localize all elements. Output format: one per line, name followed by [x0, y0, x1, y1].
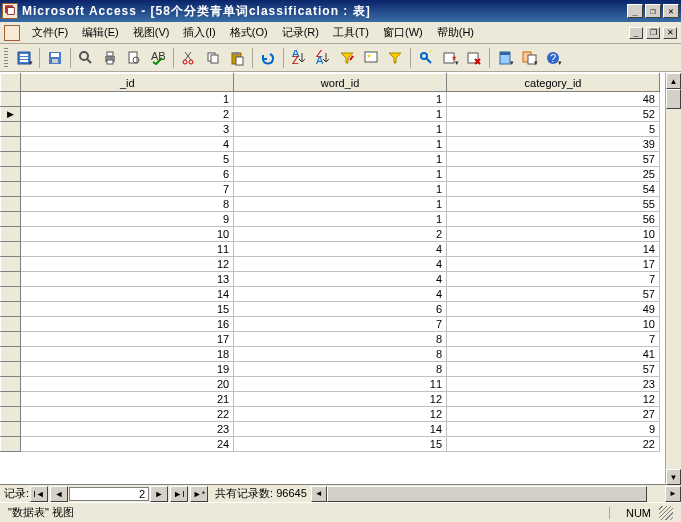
cell[interactable]: 27 [447, 407, 660, 422]
row-selector[interactable] [1, 362, 21, 377]
cell[interactable]: 5 [447, 122, 660, 137]
cell[interactable]: 11 [234, 377, 447, 392]
toggle-filter-button[interactable] [384, 47, 406, 69]
menu-format[interactable]: 格式(O) [224, 23, 274, 42]
cell[interactable]: 41 [447, 347, 660, 362]
row-selector[interactable] [1, 272, 21, 287]
help-button[interactable]: ? [542, 47, 564, 69]
print-preview-button[interactable] [123, 47, 145, 69]
database-button[interactable] [494, 47, 516, 69]
cell[interactable]: 15 [21, 302, 234, 317]
table-row[interactable]: 5157 [1, 152, 660, 167]
table-row[interactable]: 15649 [1, 302, 660, 317]
row-selector[interactable] [1, 242, 21, 257]
save-button[interactable] [44, 47, 66, 69]
cell[interactable]: 4 [234, 242, 447, 257]
cell[interactable]: 7 [21, 182, 234, 197]
cell[interactable]: 8 [234, 332, 447, 347]
menu-tools[interactable]: 工具(T) [327, 23, 375, 42]
first-record-button[interactable]: I◄ [30, 486, 48, 502]
cell[interactable]: 12 [21, 257, 234, 272]
delete-record-button[interactable] [463, 47, 485, 69]
menu-edit[interactable]: 编辑(E) [76, 23, 125, 42]
cell[interactable]: 23 [21, 422, 234, 437]
table-row[interactable]: 6125 [1, 167, 660, 182]
cell[interactable]: 8 [234, 347, 447, 362]
cell[interactable]: 15 [234, 437, 447, 452]
table-row[interactable]: 16710 [1, 317, 660, 332]
cell[interactable]: 7 [447, 332, 660, 347]
row-selector[interactable] [1, 227, 21, 242]
cell[interactable]: 18 [21, 347, 234, 362]
cell[interactable]: 55 [447, 197, 660, 212]
cell[interactable]: 1 [234, 167, 447, 182]
row-selector[interactable] [1, 182, 21, 197]
doc-close-button[interactable]: ✕ [663, 27, 677, 39]
cell[interactable]: 6 [234, 302, 447, 317]
menu-insert[interactable]: 插入(I) [177, 23, 221, 42]
cell[interactable]: 21 [21, 392, 234, 407]
table-row[interactable]: 7154 [1, 182, 660, 197]
prev-record-button[interactable]: ◄ [50, 486, 68, 502]
cell[interactable]: 22 [21, 407, 234, 422]
cell[interactable]: 9 [21, 212, 234, 227]
menu-file[interactable]: 文件(F) [26, 23, 74, 42]
menu-view[interactable]: 视图(V) [127, 23, 176, 42]
cell[interactable]: 1 [234, 107, 447, 122]
row-selector[interactable] [1, 392, 21, 407]
table-row[interactable]: 23149 [1, 422, 660, 437]
cell[interactable]: 4 [234, 272, 447, 287]
table-row[interactable]: 8155 [1, 197, 660, 212]
row-selector[interactable] [1, 122, 21, 137]
filter-form-button[interactable] [360, 47, 382, 69]
cell[interactable]: 13 [21, 272, 234, 287]
table-row[interactable]: 18841 [1, 347, 660, 362]
resize-grip[interactable] [659, 506, 673, 520]
col-id[interactable]: _id [21, 74, 234, 92]
cell[interactable]: 7 [234, 317, 447, 332]
cell[interactable]: 52 [447, 107, 660, 122]
sort-asc-button[interactable]: AZ [288, 47, 310, 69]
cell[interactable]: 10 [447, 317, 660, 332]
cell[interactable]: 14 [21, 287, 234, 302]
menu-records[interactable]: 记录(R) [276, 23, 325, 42]
row-selector[interactable] [1, 212, 21, 227]
row-selector[interactable] [1, 287, 21, 302]
cell[interactable]: 23 [447, 377, 660, 392]
row-selector[interactable] [1, 407, 21, 422]
cell[interactable]: 12 [234, 392, 447, 407]
cell[interactable]: 10 [21, 227, 234, 242]
cell[interactable]: 17 [21, 332, 234, 347]
table-row[interactable]: 12417 [1, 257, 660, 272]
table-row[interactable]: 241522 [1, 437, 660, 452]
hscroll-thumb[interactable] [327, 486, 647, 502]
row-selector[interactable] [1, 152, 21, 167]
cell[interactable]: 39 [447, 137, 660, 152]
table-row[interactable]: 201123 [1, 377, 660, 392]
view-button[interactable] [13, 47, 35, 69]
cell[interactable]: 1 [234, 122, 447, 137]
cell[interactable]: 56 [447, 212, 660, 227]
cell[interactable]: 3 [21, 122, 234, 137]
row-selector[interactable] [1, 332, 21, 347]
row-selector[interactable] [1, 167, 21, 182]
table-row[interactable]: 11414 [1, 242, 660, 257]
cell[interactable]: 1 [234, 92, 447, 107]
paste-button[interactable] [226, 47, 248, 69]
row-selector[interactable] [1, 257, 21, 272]
scroll-right-button[interactable]: ► [665, 486, 681, 502]
cell[interactable]: 14 [447, 242, 660, 257]
cell[interactable]: 14 [234, 422, 447, 437]
row-selector[interactable] [1, 92, 21, 107]
horizontal-scrollbar[interactable]: ◄ ► [311, 486, 681, 502]
cell[interactable]: 6 [21, 167, 234, 182]
doc-minimize-button[interactable]: _ [629, 27, 643, 39]
table-row[interactable]: 10210 [1, 227, 660, 242]
cell[interactable]: 10 [447, 227, 660, 242]
cell[interactable]: 4 [21, 137, 234, 152]
record-number-input[interactable] [69, 487, 149, 501]
cell[interactable]: 17 [447, 257, 660, 272]
cell[interactable]: 20 [21, 377, 234, 392]
table-row[interactable]: 2152 [1, 107, 660, 122]
cell[interactable]: 48 [447, 92, 660, 107]
